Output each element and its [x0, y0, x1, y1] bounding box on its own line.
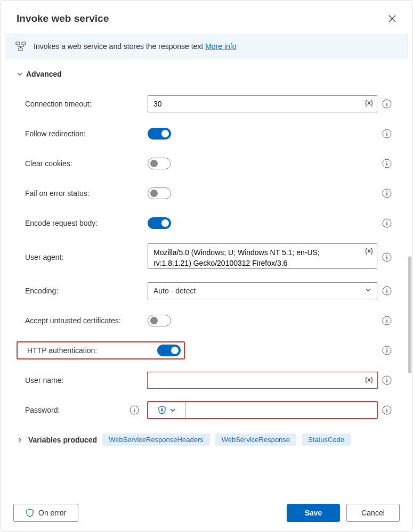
info-icon[interactable]: [382, 316, 392, 325]
variables-produced-label[interactable]: Variables produced: [28, 436, 97, 444]
info-icon[interactable]: [382, 346, 392, 355]
dialog-footer: On error Save Cancel: [1, 494, 412, 531]
info-banner: Invokes a web service and stores the res…: [5, 34, 408, 59]
label-http-auth: HTTP authentication:: [27, 346, 97, 355]
info-icon[interactable]: [382, 375, 392, 385]
dialog-title: Invoke web service: [17, 13, 109, 24]
more-info-link[interactable]: More info: [205, 42, 236, 51]
info-icon[interactable]: [382, 189, 392, 198]
banner-text: Invokes a web service and stores the res…: [34, 42, 237, 51]
advanced-section-toggle[interactable]: Advanced: [17, 70, 396, 78]
label-fail-on-error: Fail on error status:: [25, 189, 90, 198]
password-field: [148, 402, 377, 419]
info-icon[interactable]: [382, 99, 392, 109]
svg-rect-1: [22, 42, 26, 45]
variable-chip[interactable]: WebServiceResponse: [215, 433, 296, 446]
label-follow-redirection: Follow redirection:: [25, 129, 86, 138]
row-encoding: Encoding: Auto - detect: [17, 276, 396, 306]
close-icon: [388, 15, 396, 22]
on-error-button[interactable]: On error: [13, 504, 78, 522]
label-encoding: Encoding:: [25, 287, 58, 295]
row-http-auth: HTTP authentication:: [17, 335, 396, 365]
chevron-right-icon[interactable]: [17, 437, 23, 443]
shield-lock-icon: [158, 406, 166, 414]
label-clear-cookies: Clear cookies:: [25, 159, 72, 168]
fail-on-error-toggle[interactable]: [148, 187, 171, 199]
variables-produced-section: Variables produced WebServiceResponseHea…: [17, 425, 396, 451]
info-icon[interactable]: [382, 252, 392, 262]
user-name-input[interactable]: [148, 372, 377, 388]
info-icon[interactable]: [382, 159, 392, 168]
shield-icon: [26, 509, 34, 517]
accept-untrusted-toggle[interactable]: [148, 315, 171, 326]
row-follow-redirection: Follow redirection:: [17, 119, 396, 149]
row-clear-cookies: Clear cookies:: [17, 149, 396, 178]
chevron-down-icon: [365, 287, 372, 296]
variable-chip[interactable]: StatusCode: [302, 433, 351, 446]
svg-rect-2: [19, 48, 22, 51]
info-icon[interactable]: [382, 218, 392, 228]
variable-picker-icon[interactable]: {x}: [365, 247, 373, 255]
label-user-name: User name:: [25, 376, 63, 384]
label-connection-timeout: Connection timeout:: [25, 100, 92, 108]
user-agent-input[interactable]: Mozilla/5.0 (Windows; U; Windows NT 5.1;…: [148, 243, 377, 269]
cancel-button[interactable]: Cancel: [346, 504, 400, 522]
row-user-agent: User agent: Mozilla/5.0 (Windows; U; Win…: [17, 238, 396, 276]
variable-picker-icon[interactable]: {x}: [365, 375, 373, 383]
password-input[interactable]: [185, 402, 377, 418]
dialog: Invoke web service Invokes a web service…: [0, 0, 413, 532]
row-fail-on-error: Fail on error status:: [17, 178, 396, 208]
content-area: Advanced Connection timeout: {x} Follow …: [1, 59, 412, 494]
follow-redirection-toggle[interactable]: [148, 128, 171, 140]
encoding-select[interactable]: Auto - detect: [148, 282, 377, 299]
close-button[interactable]: [385, 11, 400, 26]
chevron-down-icon: [169, 407, 176, 413]
info-icon[interactable]: [382, 286, 392, 296]
variable-chip[interactable]: WebServiceResponseHeaders: [102, 433, 210, 446]
variable-picker-icon[interactable]: {x}: [365, 99, 373, 107]
row-password: Password:: [17, 395, 396, 425]
chevron-down-icon: [17, 71, 23, 77]
row-user-name: User name: {x}: [17, 365, 396, 395]
scrollbar[interactable]: [408, 256, 411, 373]
clear-cookies-toggle[interactable]: [148, 158, 171, 169]
label-user-agent: User agent:: [25, 253, 63, 261]
label-accept-untrusted: Accept untrusted certificates:: [25, 316, 121, 325]
save-button[interactable]: Save: [287, 504, 340, 522]
info-icon[interactable]: [382, 129, 392, 138]
encode-body-toggle[interactable]: [148, 217, 171, 229]
svg-point-14: [161, 409, 163, 411]
info-icon[interactable]: [382, 405, 392, 415]
webservice-icon: [15, 41, 26, 52]
label-password: Password:: [25, 406, 60, 414]
password-mode-dropdown[interactable]: [148, 402, 185, 418]
http-auth-toggle[interactable]: [157, 345, 181, 356]
dialog-header: Invoke web service: [1, 1, 412, 34]
row-connection-timeout: Connection timeout: {x}: [17, 89, 396, 119]
svg-rect-0: [16, 42, 20, 45]
connection-timeout-input[interactable]: [148, 95, 377, 112]
row-encode-body: Encode request body:: [17, 208, 396, 238]
row-accept-untrusted: Accept untrusted certificates:: [17, 306, 396, 335]
info-icon[interactable]: [129, 405, 139, 415]
label-encode-body: Encode request body:: [25, 219, 98, 227]
